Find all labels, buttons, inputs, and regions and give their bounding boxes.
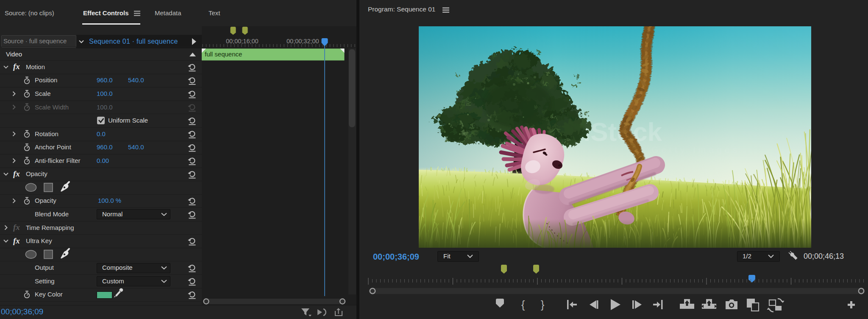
svg-text:by Getty Images: by Getty Images bbox=[631, 145, 740, 154]
